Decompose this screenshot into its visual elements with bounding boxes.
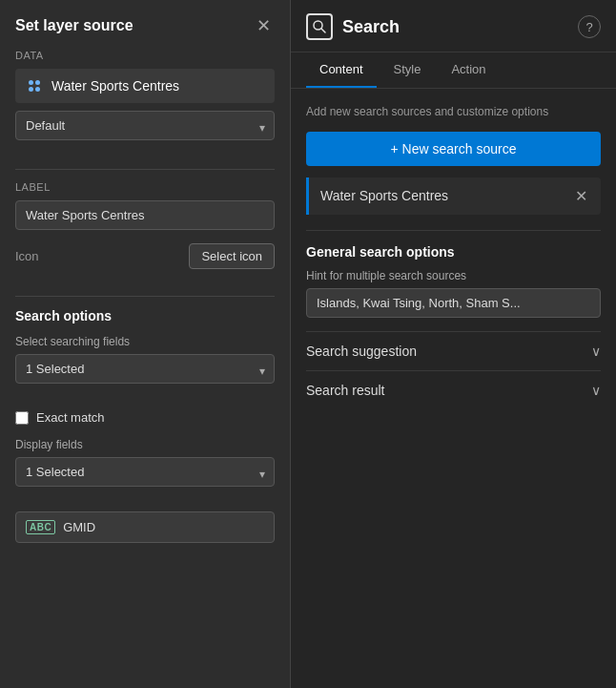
right-panel-title: Search (342, 17, 400, 37)
right-header-left: Search (306, 13, 400, 40)
search-result-row[interactable]: Search result ∨ (306, 370, 601, 409)
search-suggestion-label: Search suggestion (306, 344, 417, 359)
gmid-row: ABC GMID (15, 511, 275, 543)
help-button[interactable]: ? (578, 15, 601, 38)
hint-label: Hint for multiple search sources (306, 269, 601, 282)
icon-label: Icon (15, 249, 39, 263)
right-panel: Search ? Content Style Action Add new se… (291, 0, 616, 688)
divider-1 (15, 169, 275, 170)
hint-input[interactable] (306, 288, 601, 318)
data-section-label: Data (15, 50, 275, 61)
left-panel: Set layer source ✕ Data Water Sports Cen… (0, 0, 291, 688)
general-options-title: General search options (306, 244, 601, 260)
tab-style[interactable]: Style (380, 52, 435, 88)
right-content: Add new search sources and customize opt… (291, 89, 616, 688)
layer-item: Water Sports Centres (15, 69, 275, 103)
exact-match-row: Exact match (15, 410, 275, 425)
source-close-button[interactable]: ✕ (573, 187, 589, 205)
right-header: Search ? (291, 0, 616, 52)
tab-content[interactable]: Content (306, 52, 377, 88)
panel-title: Set layer source (15, 17, 133, 34)
search-suggestion-chevron-icon: ∨ (591, 344, 601, 359)
search-result-chevron-icon: ∨ (591, 383, 601, 398)
layer-name: Water Sports Centres (51, 78, 179, 94)
display-fields-label: Display fields (15, 438, 275, 451)
search-result-label: Search result (306, 383, 384, 398)
display-fields-dropdown[interactable]: 1 Selected (15, 457, 275, 487)
source-item-label: Water Sports Centres (320, 188, 448, 203)
exact-match-label: Exact match (36, 410, 105, 425)
gmid-label: GMID (63, 520, 95, 534)
searching-fields-wrapper: 1 Selected ▾ (15, 354, 275, 387)
search-options-title: Search options (15, 308, 275, 323)
divider-2 (15, 296, 275, 297)
default-dropdown[interactable]: Default (15, 111, 275, 140)
source-item: Water Sports Centres ✕ (306, 177, 601, 215)
label-section-label: Label (15, 181, 275, 193)
select-icon-button[interactable]: Select icon (189, 243, 275, 269)
new-search-source-button[interactable]: + New search source (306, 132, 601, 166)
search-panel-icon (306, 13, 333, 40)
searching-fields-label: Select searching fields (15, 335, 275, 348)
general-options-section: General search options Hint for multiple… (306, 230, 601, 409)
add-source-desc: Add new search sources and customize opt… (306, 104, 601, 120)
icon-section: Icon Select icon (15, 243, 275, 269)
close-button[interactable]: ✕ (253, 15, 275, 36)
svg-line-1 (321, 29, 325, 32)
tab-action[interactable]: Action (438, 52, 499, 88)
default-dropdown-wrapper: Default ▾ (15, 111, 275, 144)
panel-header: Set layer source ✕ (15, 15, 275, 36)
label-input[interactable] (15, 200, 275, 230)
abc-badge: ABC (26, 520, 55, 534)
layer-dots-icon (25, 76, 44, 95)
label-section: Label (15, 181, 275, 230)
display-fields-wrapper: 1 Selected ▾ (15, 457, 275, 490)
searching-fields-dropdown[interactable]: 1 Selected (15, 354, 275, 384)
search-suggestion-row[interactable]: Search suggestion ∨ (306, 331, 601, 370)
exact-match-checkbox[interactable] (15, 411, 29, 425)
tabs-row: Content Style Action (291, 52, 616, 89)
